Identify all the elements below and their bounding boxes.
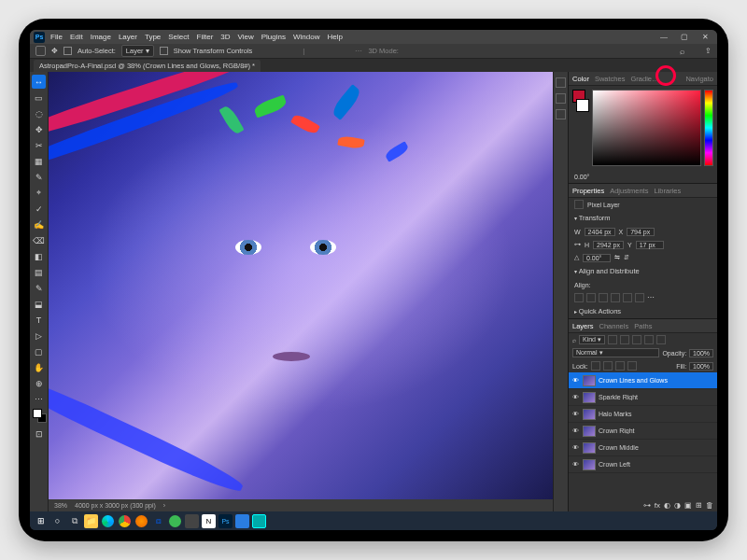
tab-navigator[interactable]: Navigato: [685, 75, 713, 83]
new-layer-icon[interactable]: ⊞: [696, 501, 702, 510]
tab-adjustments[interactable]: Adjustments: [610, 187, 648, 195]
astropad-icon[interactable]: [252, 514, 266, 528]
app-icon[interactable]: [168, 514, 182, 528]
menu-type[interactable]: Type: [143, 33, 162, 41]
layer-item[interactable]: 👁Halo Marks: [569, 406, 717, 423]
home-icon[interactable]: [35, 46, 46, 56]
search-icon[interactable]: ⌕: [572, 337, 576, 343]
filter-kind-dropdown[interactable]: Kind ▾: [579, 335, 605, 344]
layer-name[interactable]: Crown Middle: [599, 444, 714, 451]
workspace-icon[interactable]: [690, 47, 699, 56]
distribute-icon[interactable]: [340, 47, 349, 56]
layer-thumbnail[interactable]: [583, 459, 596, 470]
menu-file[interactable]: File: [49, 33, 64, 41]
marquee-tool[interactable]: ▭: [32, 91, 46, 105]
healing-tool[interactable]: ⌖: [32, 186, 46, 200]
width-field[interactable]: 2404 px: [585, 228, 615, 236]
blend-mode-dropdown[interactable]: Normal ▾: [572, 348, 659, 357]
lasso-tool[interactable]: ◌: [32, 106, 46, 120]
new-adj-icon[interactable]: ◑: [674, 501, 681, 510]
visibility-icon[interactable]: 👁: [571, 377, 580, 384]
layer-mask-icon[interactable]: ◐: [664, 501, 670, 510]
layer-name[interactable]: Crown Right: [599, 427, 714, 434]
link-layers-icon[interactable]: ⊶: [643, 501, 651, 510]
layer-name[interactable]: Crown Left: [599, 461, 714, 468]
filter-type-icon[interactable]: [632, 335, 641, 344]
filter-pixel-icon[interactable]: [608, 335, 617, 344]
visibility-icon[interactable]: 👁: [571, 411, 580, 417]
notion-icon[interactable]: N: [202, 514, 216, 528]
angle-field[interactable]: 0.00°: [583, 254, 611, 262]
align-icon[interactable]: [258, 47, 267, 56]
tab-libraries[interactable]: Libraries: [654, 187, 681, 195]
eraser-tool[interactable]: ◧: [32, 249, 46, 263]
layer-item[interactable]: 👁Crown Left: [569, 456, 717, 473]
new-group-icon[interactable]: ▣: [684, 501, 692, 510]
filter-shape-icon[interactable]: [644, 335, 654, 344]
filter-smart-icon[interactable]: [656, 335, 666, 344]
menu-help[interactable]: Help: [325, 33, 344, 41]
layer-item[interactable]: 👁Crown Middle: [569, 440, 717, 456]
document-tab[interactable]: AstropadPro-A-Final.psd @ 38% (Crown Lin…: [34, 60, 261, 72]
firefox-icon[interactable]: [134, 514, 148, 528]
x-field[interactable]: 794 px: [627, 228, 655, 236]
visibility-icon[interactable]: 👁: [571, 461, 580, 468]
layer-item[interactable]: 👁Crown Right: [569, 423, 717, 440]
edit-toolbar[interactable]: ⋯: [32, 392, 46, 406]
move-tool[interactable]: ↔: [32, 75, 46, 89]
stamp-tool[interactable]: ✍: [32, 217, 46, 231]
zoom-tool[interactable]: ⊕: [32, 376, 46, 390]
photoshop-taskbar-icon[interactable]: Ps: [218, 514, 233, 528]
transform-section[interactable]: Transform: [569, 211, 717, 225]
y-field[interactable]: 17 px: [636, 241, 664, 249]
distribute-icon[interactable]: [325, 47, 334, 56]
fill-field[interactable]: 100%: [689, 362, 713, 371]
align-section[interactable]: Align and Distribute: [569, 264, 717, 278]
saturation-brightness-field[interactable]: [592, 90, 701, 166]
color-swatches[interactable]: [572, 90, 589, 166]
tab-channels[interactable]: Channels: [599, 322, 629, 330]
selection-tool[interactable]: ✥: [32, 122, 46, 136]
layer-thumbnail[interactable]: [583, 409, 596, 420]
hue-slider[interactable]: [704, 90, 713, 166]
align-center-v-icon[interactable]: [623, 293, 632, 302]
menu-window[interactable]: Window: [291, 33, 321, 41]
lock-pos-icon[interactable]: [615, 361, 625, 371]
panel-icon[interactable]: [556, 77, 566, 88]
tab-color[interactable]: Color: [572, 75, 589, 83]
layer-thumbnail[interactable]: [583, 426, 596, 437]
tab-gradients[interactable]: Gradie…: [630, 75, 658, 83]
status-chevron-icon[interactable]: ›: [163, 502, 165, 509]
tab-swatches[interactable]: Swatches: [595, 75, 626, 83]
visibility-icon[interactable]: 👁: [571, 394, 580, 400]
flip-v-icon[interactable]: ⇵: [624, 254, 629, 261]
lock-all-icon[interactable]: [627, 361, 637, 371]
gradient-tool[interactable]: ▤: [32, 265, 46, 279]
menu-image[interactable]: Image: [89, 33, 113, 41]
background-color[interactable]: [576, 99, 589, 112]
auto-select-checkbox[interactable]: [63, 47, 72, 55]
start-button[interactable]: ⊞: [34, 514, 48, 528]
align-top-icon[interactable]: [611, 293, 620, 302]
menu-layer[interactable]: Layer: [117, 33, 139, 41]
edge-icon[interactable]: [101, 514, 115, 528]
auto-select-dropdown[interactable]: Layer ▾: [121, 45, 154, 57]
quick-actions-section[interactable]: Quick Actions: [569, 304, 717, 318]
hand-tool[interactable]: ✋: [32, 360, 46, 374]
blur-tool[interactable]: ✎: [32, 281, 46, 295]
tab-properties[interactable]: Properties: [572, 187, 604, 195]
align-right-icon[interactable]: [599, 293, 608, 302]
link-icon[interactable]: ⊶: [574, 241, 581, 248]
layer-item[interactable]: 👁Sparkle Right: [569, 389, 717, 406]
align-icon[interactable]: [273, 47, 282, 56]
chrome-icon[interactable]: [118, 514, 132, 528]
app-icon[interactable]: [235, 514, 249, 528]
eyedropper-tool[interactable]: ✎: [32, 170, 46, 184]
canvas[interactable]: [49, 72, 553, 499]
panel-icon[interactable]: [556, 93, 566, 104]
lock-trans-icon[interactable]: [591, 361, 600, 371]
panel-icon[interactable]: [556, 109, 566, 119]
menu-select[interactable]: Select: [166, 33, 190, 41]
zoom-level[interactable]: 38%: [54, 502, 67, 509]
search-icon[interactable]: ⌕: [680, 47, 684, 56]
